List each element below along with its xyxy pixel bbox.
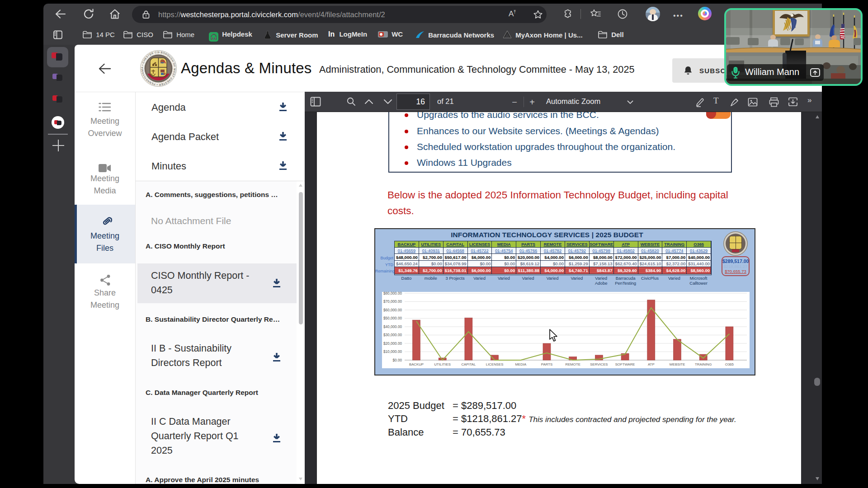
svg-text:$50,000.00: $50,000.00 <box>383 316 402 320</box>
svg-text:WEBSITE: WEBSITE <box>669 362 685 366</box>
svg-text:$70,000.00: $70,000.00 <box>383 300 402 304</box>
svg-text:REMOTE: REMOTE <box>566 362 580 366</box>
svg-text:O365: O365 <box>725 362 734 366</box>
svg-text:PARTS: PARTS <box>541 362 552 366</box>
svg-text:$40,000.00: $40,000.00 <box>383 325 402 329</box>
svg-text:SERVICES: SERVICES <box>590 362 608 366</box>
svg-text:SOFTWARE: SOFTWARE <box>615 362 635 366</box>
svg-text:LICENSES: LICENSES <box>486 362 504 366</box>
svg-text:$80,000.00: $80,000.00 <box>383 292 402 296</box>
svg-text:BACKUP: BACKUP <box>409 362 424 366</box>
svg-text:$0.00: $0.00 <box>393 358 402 362</box>
svg-text:TRAINING: TRAINING <box>695 362 712 366</box>
svg-text:MEDIA: MEDIA <box>515 362 526 366</box>
svg-text:CAPITAL: CAPITAL <box>461 362 476 366</box>
svg-text:$10,000.00: $10,000.00 <box>383 350 402 354</box>
svg-text:$20,000.00: $20,000.00 <box>383 342 402 346</box>
svg-text:ATP: ATP <box>648 362 655 366</box>
svg-text:$60,000.00: $60,000.00 <box>383 308 402 312</box>
svg-text:UTILITIES: UTILITIES <box>434 362 450 366</box>
svg-text:$30,000.00: $30,000.00 <box>383 333 402 337</box>
